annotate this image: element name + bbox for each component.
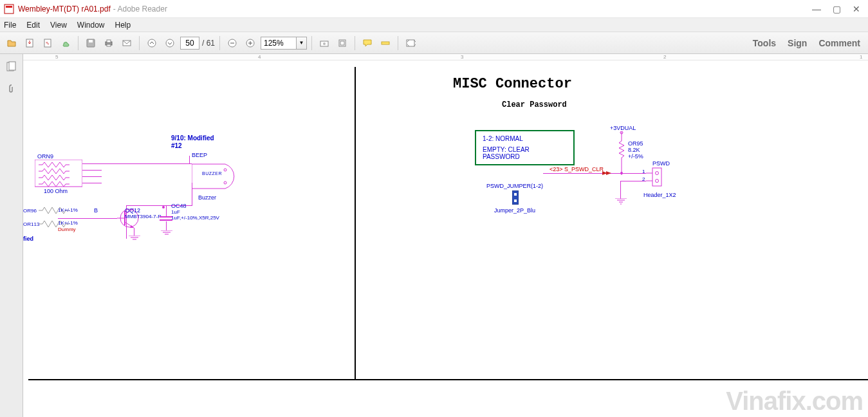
- document-view[interactable]: 5 4 3 2 1 MISC Connector Clear Password …: [23, 54, 868, 417]
- menu-window[interactable]: Window: [77, 21, 105, 30]
- header-footprint: Header_1X2: [643, 192, 676, 198]
- toolbar-separator: [355, 36, 355, 50]
- svg-rect-25: [9, 62, 15, 70]
- menu-edit[interactable]: Edit: [26, 21, 40, 30]
- snapshot-button[interactable]: [317, 35, 332, 51]
- print-button[interactable]: [101, 35, 116, 51]
- page-number-input[interactable]: [180, 37, 199, 50]
- svg-rect-40: [514, 193, 517, 196]
- menu-view[interactable]: View: [50, 21, 67, 30]
- orn9-ref: ORN9: [37, 153, 53, 160]
- read-mode-button[interactable]: [403, 35, 418, 51]
- ruler-tick: 4: [258, 54, 261, 60]
- svg-rect-29: [652, 168, 661, 186]
- highlight-button[interactable]: [378, 35, 393, 51]
- jumper-ref: PSWD_JUMPER(1-2): [486, 183, 543, 189]
- email-button[interactable]: [119, 35, 134, 51]
- tools-panel-button[interactable]: Tools: [753, 38, 776, 48]
- zoom-out-button[interactable]: [225, 35, 240, 51]
- net-wire: [543, 173, 646, 174]
- toolbar-separator: [398, 36, 398, 50]
- fit-page-button[interactable]: [335, 35, 350, 51]
- net-wire: [166, 221, 167, 230]
- or113-value: 1K+/-1%: [58, 220, 78, 226]
- zoom-dropdown-button[interactable]: ▼: [297, 37, 307, 50]
- window-close-button[interactable]: ✕: [853, 4, 860, 14]
- thumbnails-icon[interactable]: [4, 59, 19, 75]
- cap-val: 1uF: [171, 209, 180, 215]
- jumper-footprint: Jumper_2P_Blu: [494, 207, 535, 214]
- cloud-button[interactable]: [58, 35, 73, 51]
- net-wire: [82, 163, 192, 164]
- window-maximize-button[interactable]: ▢: [833, 4, 841, 14]
- net-wire: [58, 218, 117, 219]
- svg-point-43: [224, 169, 226, 171]
- resistor-or95-val: 8.2K: [628, 147, 640, 153]
- net-wire: [134, 228, 134, 236]
- svg-rect-22: [382, 42, 389, 44]
- window-app-name: - Adobe Reader: [113, 5, 167, 14]
- menu-file[interactable]: File: [4, 21, 16, 30]
- net-wire: [82, 183, 102, 183]
- svg-point-30: [656, 172, 659, 175]
- transistor-ref: OQ12: [125, 207, 140, 214]
- mode-normal-label: 1-2: NORMAL: [483, 135, 567, 142]
- schematic-title: MISC Connector: [453, 76, 572, 92]
- or96-ref: OR96: [23, 208, 37, 214]
- zoom-level-input[interactable]: [261, 37, 297, 50]
- svg-point-44: [224, 181, 226, 184]
- svg-rect-41: [514, 199, 517, 202]
- net-wire: [82, 176, 102, 177]
- svg-rect-9: [107, 44, 111, 46]
- menubar: File Edit View Window Help: [0, 18, 868, 32]
- svg-text:✎: ✎: [46, 41, 50, 46]
- horizontal-ruler: 5 4 3 2 1: [23, 54, 868, 60]
- svg-point-11: [148, 39, 156, 47]
- page-up-button[interactable]: [144, 35, 160, 51]
- svg-rect-8: [107, 40, 111, 42]
- schematic-subtitle: Clear Password: [502, 100, 567, 109]
- net-wire: [620, 181, 621, 199]
- svg-rect-6: [89, 40, 93, 42]
- svg-point-34: [620, 172, 623, 174]
- export-pdf-button[interactable]: [22, 35, 37, 51]
- attachments-icon[interactable]: [4, 81, 19, 97]
- menu-help[interactable]: Help: [115, 21, 131, 30]
- modified-label: 9/10: Modified: [171, 134, 214, 142]
- window-minimize-button[interactable]: —: [812, 4, 821, 14]
- svg-point-31: [656, 180, 659, 183]
- page-down-button[interactable]: [162, 35, 178, 51]
- sign-panel-button[interactable]: Sign: [788, 38, 807, 48]
- column-divider: [355, 67, 356, 380]
- svg-point-12: [166, 39, 174, 47]
- net-wire: [192, 183, 192, 205]
- transistor-part: MMBT3904-7-P: [125, 214, 161, 219]
- toolbar-separator: [139, 36, 140, 50]
- save-button[interactable]: [83, 35, 98, 51]
- ground-icon: [129, 236, 140, 243]
- pswd-header-label: PSWD: [652, 160, 670, 167]
- ruler-tick: 1: [860, 54, 862, 60]
- net-wire: [82, 170, 102, 171]
- buzzer-footprint: Buzzer: [198, 194, 216, 201]
- window-title: Wembley-MT(DT) rA01.pdf: [18, 5, 111, 14]
- comment-bubble-button[interactable]: [360, 35, 375, 51]
- open-button[interactable]: [4, 35, 19, 51]
- mode-description-box: 1-2: NORMAL EMPTY: CLEAR PASSWORD: [475, 130, 575, 165]
- beep-net-label: BEEP: [192, 152, 207, 158]
- pdf-icon: [4, 4, 14, 14]
- toolbar-separator: [219, 36, 220, 50]
- or96-value: 1K+/-1%: [58, 207, 78, 213]
- comment-panel-button[interactable]: Comment: [818, 38, 860, 48]
- resistor-or95-tol: +/-5%: [628, 153, 643, 160]
- toolbar-separator: [311, 36, 312, 50]
- signal-net-label: <23> S_PSWD_CLR: [549, 166, 604, 172]
- ground-icon: [615, 198, 627, 206]
- resistor-network-icon: [35, 160, 82, 190]
- create-pdf-button[interactable]: ✎: [40, 35, 55, 51]
- zoom-in-button[interactable]: [243, 35, 258, 51]
- or113-ref: OR113: [23, 221, 39, 227]
- svg-point-54: [162, 206, 165, 208]
- window-titlebar: Wembley-MT(DT) rA01.pdf - Adobe Reader —…: [0, 0, 868, 18]
- svg-rect-1: [6, 6, 12, 8]
